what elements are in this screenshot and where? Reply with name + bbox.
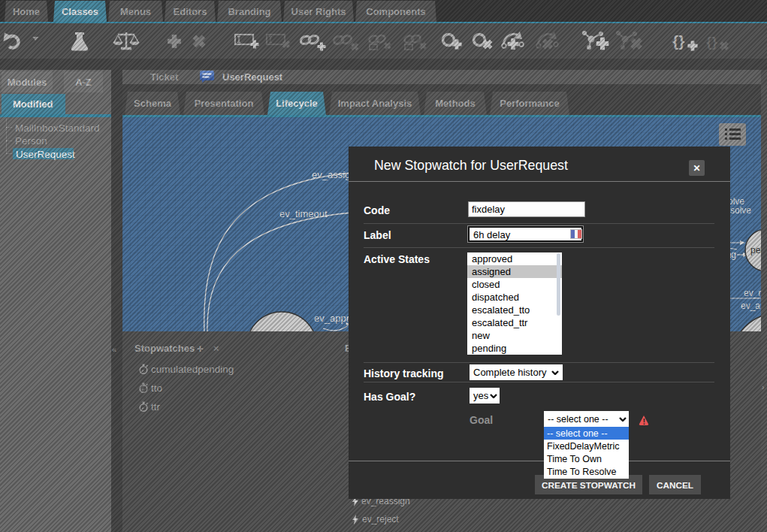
svg-text:ev_timeout: ev_timeout [279,208,328,219]
svg-text:{}: {} [672,32,684,50]
svg-text:ev_reopen: ev_reopen [744,288,761,298]
svg-text:ev_auto: ev_auto [741,301,761,311]
svg-text:{}: {} [706,34,717,50]
svg-text:pending: pending [750,245,761,255]
